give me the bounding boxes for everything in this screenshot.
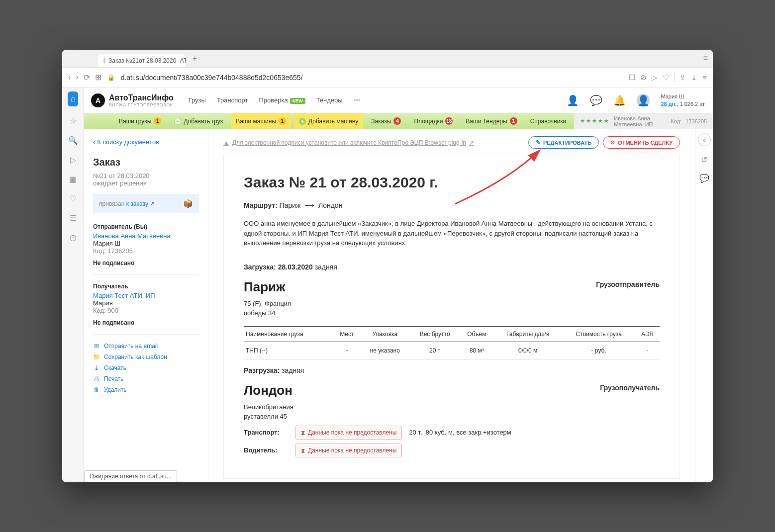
recipient-link[interactable]: Мария Тест АТИ, ИП — [93, 292, 199, 299]
table-row: ТНП (--)- не указано20 т 80 м³0/0/0 м - … — [244, 342, 660, 359]
transport-row: Транспорт: ⧗Данные пока не предоставлены… — [244, 426, 660, 440]
sidebar-title: Заказ — [93, 157, 199, 168]
brand-title: АвтоТрансИнфо — [109, 93, 174, 102]
nav-check[interactable]: ПроверкаNEW — [259, 96, 305, 104]
apps-icon[interactable]: ⊞ — [95, 73, 101, 82]
brand-subtitle: БИРЖА ГРУЗОПЕРЕВОЗОК — [109, 102, 174, 107]
subnav-refs[interactable]: Справочники — [525, 113, 572, 129]
city-from-sub: 75 (F), Франция — [244, 299, 291, 309]
crypto-notice[interactable]: ▲ Для электронной подписи установите или… — [223, 139, 474, 146]
cancel-deal-button[interactable]: ⊘ОТМЕНИТЬ СДЕЛКУ — [603, 136, 680, 149]
attached-link[interactable]: к заказу ↗ — [126, 200, 155, 207]
app-rail: ⌂ ☆ 🔍 ▷ ▦ ♡ ☰ ◷ — [62, 88, 84, 482]
loading-spinner-icon — [103, 58, 105, 64]
city-to: Лондон — [244, 381, 293, 400]
attached-box[interactable]: привязан к заказу ↗ 📦 — [93, 194, 199, 213]
logo-icon[interactable]: А — [91, 93, 105, 107]
home-icon[interactable]: ⌂ — [68, 91, 79, 106]
camera-icon[interactable]: ☐ — [629, 73, 635, 82]
back-icon[interactable]: ‹ — [68, 73, 71, 82]
doc-title: Заказ № 21 от 28.03.2020 г. — [244, 171, 660, 193]
browser-status-bar: Ожидание ответа от d.ati.su... — [84, 470, 177, 482]
search-icon[interactable]: 🔍 — [68, 136, 78, 145]
sender-link[interactable]: Иванова Анна Матвеевна — [93, 232, 199, 240]
lock-icon: 🔒 — [107, 74, 115, 81]
sender-not-signed: Не подписано — [93, 260, 199, 266]
subnav-orders[interactable]: Заказы4 — [366, 113, 406, 129]
reload-icon[interactable]: ⟳ — [84, 73, 90, 82]
collapse-icon[interactable]: ‹ — [698, 133, 711, 146]
grid-icon[interactable]: ▦ — [69, 175, 77, 184]
heart-icon[interactable]: ♡ — [663, 73, 669, 82]
url-text[interactable]: d.ati.su/document/738a00c39e744b04888d5d… — [121, 74, 303, 82]
hourglass-icon: ⧗ — [301, 446, 305, 455]
avatar-icon[interactable]: 👤 — [637, 94, 650, 107]
action-email[interactable]: ✉Отправить на email — [93, 343, 199, 350]
heart-rail-icon[interactable]: ♡ — [70, 194, 77, 203]
chevron-left-icon: ‹ — [93, 138, 95, 146]
action-download[interactable]: ⤓Скачать — [93, 364, 199, 371]
subnav-platforms[interactable]: Площадки18 — [409, 113, 458, 129]
hourglass-icon: ⧗ — [301, 428, 305, 437]
send-icon[interactable]: ▷ — [70, 155, 76, 165]
consignee-label: Грузополучатель — [600, 383, 660, 393]
cargo-table: Наименование грузаМест УпаковкаВес брутт… — [244, 326, 660, 359]
chat-icon[interactable]: 💬 — [590, 94, 602, 106]
unloading-section: Разгрузка: задняя — [244, 365, 660, 376]
edit-button[interactable]: ✎РЕДАКТИРОВАТЬ — [528, 136, 599, 149]
clock-icon[interactable]: ◷ — [70, 233, 77, 242]
order-num-date: №21 от 28.03.2020 — [93, 172, 199, 179]
subnav-your-tenders[interactable]: Ваши Тендеры1 — [461, 113, 522, 129]
star-icon[interactable]: ☆ — [70, 116, 77, 126]
browser-tab[interactable]: Заказ №21от 28.03.2020- АТ — [97, 54, 187, 67]
mail-icon: ✉ — [93, 343, 100, 350]
site-header: А АвтоТрансИнфо БИРЖА ГРУЗОПЕРЕВОЗОК Гру… — [84, 88, 713, 113]
comments-icon[interactable]: 💬 — [699, 174, 709, 183]
header-search-icon[interactable]: 👤 — [567, 94, 579, 106]
loading-section: Загрузка: 28.03.2020 задняя — [244, 262, 660, 272]
subnav-add-vehicle[interactable]: +Добавить машину — [294, 113, 363, 129]
trash-icon: 🗑 — [93, 386, 100, 393]
nav-cargo[interactable]: Грузы — [189, 96, 206, 104]
share-icon[interactable]: ⇪ — [679, 73, 686, 82]
forward-icon[interactable]: › — [76, 73, 78, 82]
pencil-icon: ✎ — [536, 139, 540, 146]
user-name: Мария Ш — [661, 93, 706, 100]
nav-tenders[interactable]: Тендеры — [316, 96, 343, 104]
driver-row: Водитель: ⧗Данные пока не предоставлены — [244, 443, 660, 457]
route-line: Маршрут: Париж ⟶ Лондон — [244, 200, 660, 211]
tab-bar: Заказ №21от 28.03.2020- АТ + ≡ — [62, 50, 713, 68]
user-block[interactable]: Мария Ш 28 дн., 1 026.2 ат. — [661, 93, 706, 107]
box-icon: 📦 — [183, 199, 193, 208]
cancel-icon: ⊘ — [610, 139, 615, 146]
action-delete[interactable]: 🗑Удалить — [93, 386, 199, 393]
subnav-your-vehicles[interactable]: Ваши машины1 — [231, 113, 291, 129]
city-to-sub: Великобритания — [244, 402, 293, 412]
bell-icon[interactable]: 🔔 — [613, 94, 626, 106]
recipient-title: Получатель — [93, 283, 199, 290]
nav-more-icon[interactable]: ••• — [354, 96, 361, 104]
action-template[interactable]: 📁Сохранить как шаблон — [93, 354, 199, 360]
city-to-addr: руставелли 45 — [244, 412, 293, 422]
play-icon[interactable]: ▷ — [652, 73, 658, 82]
subnav-your-cargo[interactable]: Ваши грузы1 — [114, 113, 166, 129]
subnav-add-cargo[interactable]: +Добавить груз — [169, 113, 228, 129]
block-icon[interactable]: ⊘ — [640, 73, 647, 82]
nav-transport[interactable]: Транспорт — [217, 96, 248, 104]
city-from: Париж — [244, 277, 291, 297]
download-action-icon: ⤓ — [93, 364, 100, 371]
tabbar-menu-icon[interactable]: ≡ — [703, 54, 708, 63]
download-icon[interactable]: ⤓ — [691, 73, 697, 82]
back-to-list-link[interactable]: ‹ К списку документов — [93, 138, 199, 146]
action-print[interactable]: 🖨Печать — [93, 375, 199, 382]
recipient-code: Код: 900 — [93, 307, 199, 314]
print-icon: 🖨 — [93, 375, 100, 382]
new-tab-button[interactable]: + — [187, 50, 203, 67]
sender-title: Отправитель (Вы) — [93, 223, 199, 230]
menu-icon[interactable]: ≡ — [702, 73, 707, 82]
sender-person: Мария Ш — [93, 240, 199, 247]
top-nav: Грузы Транспорт ПроверкаNEW Тендеры ••• — [189, 96, 361, 104]
list-icon[interactable]: ☰ — [70, 213, 77, 223]
history-icon[interactable]: ↺ — [701, 155, 707, 165]
rating-stars-icon: ★★★★★ — [580, 118, 610, 124]
